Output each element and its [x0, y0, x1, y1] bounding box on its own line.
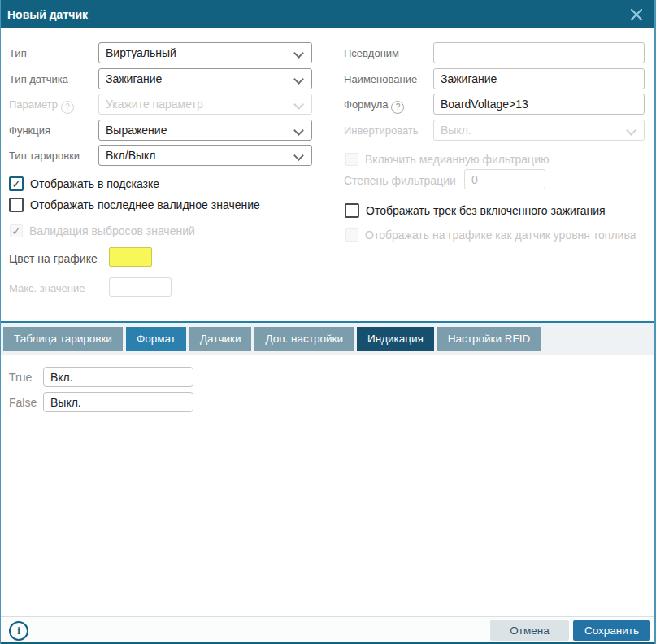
tab-calibration-table[interactable]: Таблица тарировки — [3, 327, 123, 351]
true-value-input[interactable] — [43, 367, 193, 387]
formula-label: Формула? — [344, 98, 404, 114]
tab-strip: Таблица тарировки Формат Датчики Доп. на… — [1, 321, 654, 355]
alias-input[interactable] — [433, 42, 645, 63]
invert-select: Выкл. — [433, 120, 645, 141]
dialog-titlebar: Новый датчик — [1, 0, 654, 28]
show-in-tooltip-checkbox[interactable]: ✓ Отображать в подсказке — [9, 176, 159, 191]
chevron-down-icon — [293, 125, 304, 136]
alias-label: Псевдоним — [344, 47, 399, 59]
dialog-footer: i Отмена Сохранить — [1, 616, 654, 644]
check-icon: ✓ — [11, 178, 21, 189]
help-icon: ? — [61, 101, 74, 114]
function-select[interactable]: Выражение — [98, 120, 312, 141]
checkbox-box: ✓ — [9, 176, 24, 191]
true-label: True — [9, 371, 32, 384]
show-as-fuel-sensor-checkbox: Отображать на графике как датчик уровня … — [345, 228, 636, 242]
show-track-without-ignition-checkbox[interactable]: Отображать трек без включенного зажигани… — [345, 203, 606, 218]
check-icon: ✓ — [11, 225, 21, 237]
checkbox-box — [9, 198, 24, 212]
chart-color-label: Цвет на графике — [9, 252, 98, 265]
save-button[interactable]: Сохранить — [573, 620, 650, 641]
outlier-validation-checkbox: ✓ Валидация выбросов значений — [10, 224, 195, 237]
checkbox-box: ✓ — [10, 224, 23, 237]
name-label: Наименование — [344, 73, 417, 85]
function-label: Функция — [9, 124, 50, 137]
median-filter-checkbox: Включить медианную фильтрацию — [345, 153, 549, 166]
checkbox-box — [345, 153, 358, 166]
sensor-type-label: Тип датчика — [9, 73, 68, 85]
false-value-input[interactable] — [43, 392, 193, 412]
max-value-input — [109, 277, 172, 297]
show-last-valid-checkbox[interactable]: Отображать последнее валидное значение — [9, 198, 260, 212]
filter-degree-input — [464, 169, 545, 189]
tabs: Таблица тарировки Формат Датчики Доп. на… — [3, 327, 541, 351]
tab-format[interactable]: Формат — [126, 327, 186, 351]
checkbox-box — [345, 228, 358, 242]
cancel-button[interactable]: Отмена — [490, 620, 569, 641]
parameter-label: Параметр? — [9, 98, 74, 114]
invert-label: Инвертировать — [344, 124, 419, 137]
formula-input[interactable] — [433, 94, 645, 115]
tab-rfid-settings[interactable]: Настройки RFID — [437, 327, 541, 351]
checkbox-box — [345, 203, 359, 218]
chart-color-swatch[interactable] — [109, 247, 152, 267]
chevron-down-icon — [293, 99, 304, 110]
chevron-down-icon — [293, 150, 304, 161]
dialog-title: Новый датчик — [7, 8, 88, 21]
chevron-down-icon — [293, 48, 304, 59]
tab-extra-settings[interactable]: Доп. настройки — [254, 327, 354, 351]
calibration-type-label: Тип тарировки — [9, 150, 80, 162]
tab-indication[interactable]: Индикация — [357, 327, 434, 351]
tab-sensors[interactable]: Датчики — [189, 327, 252, 351]
parameter-select: Укажите параметр — [98, 94, 312, 115]
type-label: Тип — [9, 47, 27, 59]
sensor-type-select[interactable]: Зажигание — [98, 68, 312, 89]
help-icon[interactable]: ? — [391, 101, 404, 114]
close-icon[interactable] — [628, 7, 645, 23]
chevron-down-icon — [626, 125, 636, 136]
calibration-type-select[interactable]: Вкл/Выкл — [98, 145, 312, 166]
chevron-down-icon — [293, 74, 304, 85]
name-input[interactable] — [433, 68, 645, 89]
max-value-label: Макс. значение — [9, 282, 85, 294]
new-sensor-dialog: Новый датчик Тип Виртуальный Тип датчика… — [0, 0, 656, 644]
info-icon[interactable]: i — [9, 621, 28, 641]
false-label: False — [9, 396, 37, 409]
type-select[interactable]: Виртуальный — [98, 42, 312, 63]
filter-degree-label: Степень фильтрации — [344, 174, 456, 187]
